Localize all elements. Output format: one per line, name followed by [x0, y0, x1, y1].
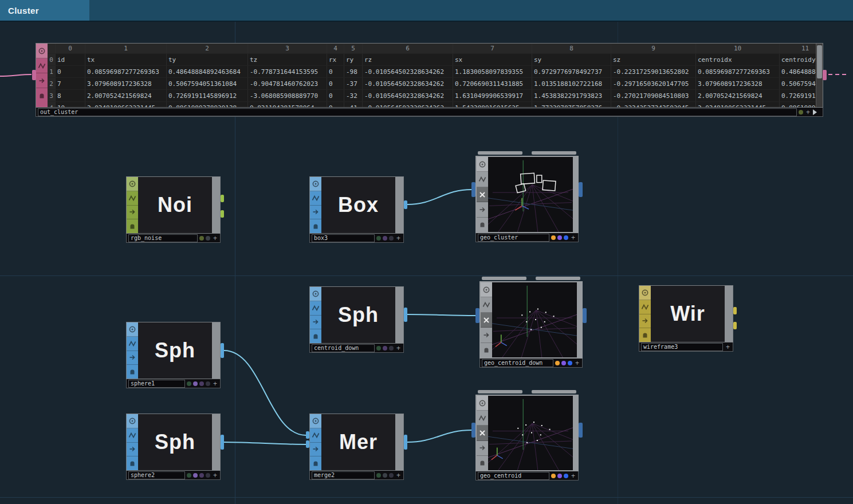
- table-cell[interactable]: -0.010564502328634262: [363, 90, 453, 101]
- node-name-field[interactable]: geo_centroid_down: [482, 359, 553, 367]
- flag-dot[interactable]: [187, 473, 191, 478]
- column-header-cell[interactable]: 11: [780, 44, 816, 53]
- geo-viewport-preview[interactable]: [492, 282, 577, 357]
- bypass-icon[interactable]: [127, 337, 138, 351]
- op-node-sphere1[interactable]: Sphsphere1+: [126, 322, 221, 388]
- node-name-bar[interactable]: sphere2+: [126, 471, 221, 480]
- column-header-cell[interactable]: 4: [327, 44, 344, 53]
- flag-dot[interactable]: [555, 361, 560, 365]
- table-cell[interactable]: -0.29716503620147705: [611, 78, 696, 89]
- node-name-bar[interactable]: geo_centroid+: [475, 471, 579, 481]
- table-cell[interactable]: 0.48648884: [780, 66, 816, 77]
- flag-dot[interactable]: [799, 110, 803, 115]
- viewer-icon[interactable]: [127, 322, 138, 337]
- table-cell[interactable]: 0.50675940: [780, 78, 816, 89]
- table-cell[interactable]: centroidy: [780, 54, 816, 65]
- table-cell[interactable]: -3.068085908889770: [248, 90, 327, 101]
- table-cell[interactable]: -0.27021709084510803: [611, 90, 696, 101]
- op-node-rgb_noise[interactable]: Noirgb_noise+: [126, 176, 221, 243]
- node-name-bar[interactable]: geo_cluster+: [475, 233, 579, 242]
- table-cell[interactable]: 2.007052421569824: [696, 90, 780, 101]
- table-cell[interactable]: 0.08596987277269363: [696, 66, 780, 77]
- bypass-icon[interactable]: [477, 172, 488, 187]
- bypass-icon[interactable]: [477, 411, 488, 426]
- hand-icon[interactable]: [481, 343, 492, 357]
- table-cell[interactable]: -0.904781460762023: [248, 78, 327, 89]
- table-cell[interactable]: 0.5067594051361084: [167, 78, 248, 89]
- output-connector[interactable]: [221, 210, 224, 218]
- viewer-icon[interactable]: [639, 286, 651, 300]
- table-cell[interactable]: centroidx: [696, 54, 780, 65]
- table-cell[interactable]: 0.8861989378929138: [167, 102, 248, 107]
- hand-icon[interactable]: [310, 456, 321, 470]
- resize-handle[interactable]: [813, 109, 821, 115]
- input-connector[interactable]: [471, 423, 475, 438]
- table-cell[interactable]: sy: [532, 54, 611, 65]
- add-flag-button[interactable]: +: [212, 472, 218, 479]
- table-cell[interactable]: rz: [363, 54, 453, 65]
- table-cell[interactable]: -98: [344, 66, 363, 77]
- column-header-cell[interactable]: 3: [248, 44, 327, 53]
- bypass-icon[interactable]: [310, 428, 321, 443]
- network-editor-canvas[interactable]: Cluster 012345678910110idtxtytzrxryrzsxs…: [0, 0, 853, 504]
- arrow-icon[interactable]: [310, 443, 321, 457]
- node-name-bar[interactable]: box3+: [309, 234, 404, 243]
- parent-connector[interactable]: [478, 151, 522, 155]
- column-header-cell[interactable]: 1: [85, 44, 167, 53]
- add-flag-button[interactable]: +: [395, 345, 402, 352]
- column-header-cell[interactable]: 8: [532, 44, 611, 53]
- parent-connector[interactable]: [536, 277, 580, 280]
- table-cell[interactable]: 0.7206690311431885: [453, 78, 532, 89]
- flag-dot[interactable]: [561, 361, 566, 365]
- table-cell[interactable]: sz: [611, 54, 696, 65]
- scrollbar-thumb[interactable]: [817, 45, 822, 78]
- add-flag-button[interactable]: +: [212, 235, 218, 242]
- table-cell[interactable]: 0: [327, 102, 344, 107]
- node-name-field[interactable]: sphere1: [128, 380, 185, 388]
- table-cell[interactable]: 0: [327, 78, 344, 89]
- flag-dot[interactable]: [557, 235, 562, 240]
- geo-viewport-preview[interactable]: [488, 396, 573, 470]
- node-name-bar[interactable]: wireframe3+: [639, 342, 733, 352]
- node-name-field[interactable]: wireframe3: [641, 343, 723, 351]
- wire-into-out_cluster[interactable]: [0, 74, 32, 76]
- bypass-icon[interactable]: [310, 301, 321, 316]
- table-cell[interactable]: sx: [453, 54, 532, 65]
- table-cell[interactable]: 3.079608917236328: [85, 78, 167, 89]
- table-cell[interactable]: -32: [344, 90, 363, 101]
- wire-centroid_down-to-geo_centroid_down[interactable]: [407, 314, 475, 316]
- output-connector[interactable]: [579, 423, 583, 438]
- flag-dot[interactable]: [193, 473, 198, 478]
- table-cell[interactable]: tx: [85, 54, 167, 65]
- flag-dot[interactable]: [383, 346, 387, 351]
- bypass-icon[interactable]: [481, 297, 492, 312]
- table-cell[interactable]: -0.010564502328634262: [363, 78, 453, 89]
- table-cell[interactable]: 0.72691911: [780, 90, 816, 101]
- node-name-field[interactable]: centroid_down: [312, 344, 375, 352]
- flag-dot[interactable]: [206, 381, 210, 386]
- viewer-icon[interactable]: [310, 177, 321, 191]
- node-name-field[interactable]: merge2: [312, 471, 375, 479]
- flag-dot[interactable]: [557, 474, 562, 478]
- op-node-box3[interactable]: Boxbox3+: [309, 176, 404, 243]
- table-cell[interactable]: -41: [344, 102, 363, 107]
- node-name-bar[interactable]: sphere1+: [126, 379, 221, 388]
- flag-dot[interactable]: [564, 474, 568, 478]
- arrow-icon[interactable]: [127, 443, 138, 457]
- column-header-cell[interactable]: 9: [611, 44, 696, 53]
- output-connector[interactable]: [221, 435, 224, 450]
- bypass-icon[interactable]: [36, 58, 48, 73]
- parent-connector[interactable]: [482, 277, 526, 280]
- parent-connector[interactable]: [532, 390, 576, 393]
- viewer-icon[interactable]: [310, 414, 321, 428]
- flag-dot[interactable]: [206, 473, 210, 478]
- table-cell[interactable]: 0.7269191145896912: [167, 90, 248, 101]
- table-cell[interactable]: 2.0348100662231445: [85, 102, 167, 107]
- output-connector[interactable]: [733, 307, 737, 314]
- hand-icon[interactable]: [127, 456, 138, 470]
- output-connector[interactable]: [404, 308, 407, 322]
- viewer-icon[interactable]: [481, 282, 492, 297]
- hand-icon[interactable]: [310, 329, 321, 343]
- geo-viewport-preview[interactable]: [488, 157, 573, 232]
- viewer-icon[interactable]: [310, 287, 321, 301]
